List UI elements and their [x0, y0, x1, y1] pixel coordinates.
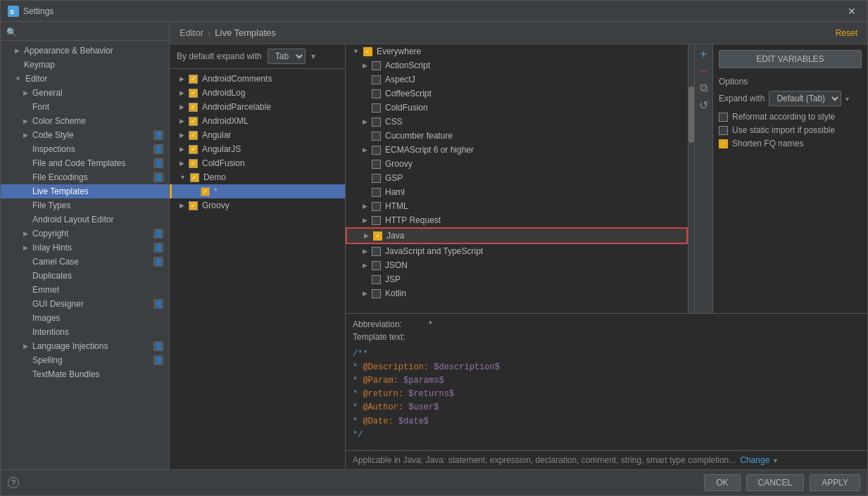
tpl-item-demo-star[interactable]: ▶ ✓ * — [170, 184, 345, 198]
ctx-item-javascript-ts[interactable]: ▶ JavaScript and TypeScript — [346, 244, 688, 258]
ctx-item-cucumber[interactable]: ▶ Cucumber feature — [346, 129, 688, 143]
ctx-checkbox-cucumber[interactable] — [372, 132, 381, 141]
ctx-checkbox-coffeescript[interactable] — [372, 89, 381, 98]
sidebar-item-images[interactable]: ▶ Images — [1, 311, 169, 325]
ok-button[interactable]: OK — [704, 474, 740, 491]
ctx-item-groovy[interactable]: ▶ Groovy — [346, 157, 688, 171]
tpl-group-androidparcelable[interactable]: ▶ ✓ AndroidParcelable — [170, 100, 345, 114]
sidebar-item-file-code-templates[interactable]: ▶ File and Code Templates 👤 — [1, 156, 169, 170]
ctx-item-json[interactable]: ▶ JSON — [346, 258, 688, 272]
tpl-group-androidxml[interactable]: ▶ ✓ AndroidXML — [170, 114, 345, 128]
group-checkbox[interactable]: ✓ — [189, 103, 198, 112]
remove-button[interactable]: − — [697, 64, 711, 78]
shorten-fq-checkbox[interactable]: ✓ — [719, 139, 728, 148]
tpl-group-androidlog[interactable]: ▶ ✓ AndroidLog — [170, 86, 345, 100]
ctx-checkbox-ecmascript[interactable] — [372, 146, 381, 155]
sidebar-item-copyright[interactable]: ▶ Copyright 👤 — [1, 227, 169, 241]
search-input[interactable] — [20, 27, 163, 37]
scrollbar[interactable] — [688, 44, 694, 313]
reformat-checkbox[interactable] — [719, 113, 728, 122]
group-checkbox[interactable]: ✓ — [189, 117, 198, 126]
ctx-checkbox-jsp[interactable] — [372, 275, 381, 284]
template-code[interactable]: /** * @Description: $description$ * @Par… — [353, 345, 860, 445]
ctx-checkbox-aspectj[interactable] — [372, 75, 381, 84]
add-button[interactable]: + — [697, 47, 711, 61]
help-button[interactable]: ? — [8, 477, 19, 488]
copy-button[interactable]: ⧉ — [697, 81, 711, 95]
ctx-item-coldfusion[interactable]: ▶ ColdFusion — [346, 101, 688, 115]
ctx-item-jsp[interactable]: ▶ JSP — [346, 272, 688, 286]
tpl-group-groovy[interactable]: ▶ ✓ Groovy — [170, 198, 345, 212]
scrollbar-thumb[interactable] — [688, 87, 694, 143]
ctx-item-everywhere[interactable]: ▼ ✓ Everywhere — [346, 44, 688, 58]
reset-template-button[interactable]: ↺ — [697, 98, 711, 112]
ctx-checkbox-groovy[interactable] — [372, 160, 381, 169]
sidebar-item-duplicates[interactable]: ▶ Duplicates — [1, 269, 169, 283]
change-link[interactable]: Change — [740, 455, 769, 465]
static-import-checkbox[interactable] — [719, 126, 728, 135]
ctx-checkbox-everywhere[interactable]: ✓ — [363, 47, 372, 56]
sidebar-item-intentions[interactable]: ▶ Intentions — [1, 325, 169, 339]
ctx-item-aspectj[interactable]: ▶ AspectJ — [346, 72, 688, 87]
tpl-group-demo[interactable]: ▼ ✓ Demo — [170, 170, 345, 184]
close-button[interactable]: ✕ — [843, 4, 860, 18]
group-checkbox[interactable]: ✓ — [189, 89, 198, 98]
tpl-group-coldfusion[interactable]: ▶ ✓ ColdFusion — [170, 156, 345, 170]
ctx-item-java[interactable]: ▶ ✓ Java — [346, 227, 688, 244]
expand-with-option-select[interactable]: Default (Tab) — [769, 91, 841, 106]
ctx-item-http-request[interactable]: ▶ HTTP Request — [346, 213, 688, 227]
ctx-checkbox-http-request[interactable] — [372, 216, 381, 225]
ctx-item-kotlin[interactable]: ▶ Kotlin — [346, 286, 688, 300]
sidebar-item-color-scheme[interactable]: ▶ Color Scheme — [1, 114, 169, 128]
ctx-checkbox-json[interactable] — [372, 261, 381, 270]
sidebar-item-appearance[interactable]: ▶ Appearance & Behavior — [1, 44, 169, 58]
ctx-checkbox-java[interactable]: ✓ — [373, 231, 382, 241]
cancel-button[interactable]: CANCEL — [746, 474, 805, 491]
sidebar-item-file-types[interactable]: ▶ File Types — [1, 198, 169, 212]
ctx-checkbox-coldfusion[interactable] — [372, 103, 381, 113]
expand-with-select[interactable]: Tab — [268, 49, 306, 64]
group-checkbox[interactable]: ✓ — [190, 173, 199, 182]
ctx-item-coffeescript[interactable]: ▶ CoffeeScript — [346, 87, 688, 101]
group-checkbox[interactable]: ✓ — [189, 75, 198, 84]
ctx-item-ecmascript[interactable]: ▶ ECMAScript 6 or higher — [346, 143, 688, 157]
ctx-checkbox-css[interactable] — [372, 117, 381, 127]
sidebar-item-keymap[interactable]: ▶ Keymap — [1, 58, 169, 72]
sidebar-item-inspections[interactable]: ▶ Inspections 👤 — [1, 142, 169, 156]
ctx-checkbox-actionscript[interactable] — [372, 61, 381, 70]
ctx-item-css[interactable]: ▶ CSS — [346, 115, 688, 129]
group-checkbox[interactable]: ✓ — [189, 131, 198, 140]
group-checkbox[interactable]: ✓ — [189, 159, 198, 168]
tpl-group-angularjs[interactable]: ▶ ✓ AngularJS — [170, 142, 345, 156]
sidebar-item-android-layout[interactable]: ▶ Android Layout Editor — [1, 212, 169, 227]
group-checkbox[interactable]: ✓ — [189, 201, 198, 210]
item-checkbox[interactable]: ✓ — [201, 187, 210, 196]
ctx-checkbox-gsp[interactable] — [372, 174, 381, 183]
edit-variables-button[interactable]: EDIT VARIABLES — [719, 50, 862, 68]
ctx-item-gsp[interactable]: ▶ GSP — [346, 171, 688, 185]
ctx-checkbox-javascript-ts[interactable] — [372, 247, 381, 256]
ctx-item-html[interactable]: ▶ HTML — [346, 199, 688, 213]
sidebar-item-gui-designer[interactable]: ▶ GUI Designer 👤 — [1, 297, 169, 311]
sidebar-item-editor[interactable]: ▼ Editor — [1, 72, 169, 86]
sidebar-item-general[interactable]: ▶ General — [1, 86, 169, 100]
sidebar-item-code-style[interactable]: ▶ Code Style 👤 — [1, 128, 169, 142]
group-checkbox[interactable]: ✓ — [189, 145, 198, 154]
sidebar-item-live-templates[interactable]: ▶ Live Templates — [1, 184, 169, 198]
sidebar-item-emmet[interactable]: ▶ Emmet — [1, 283, 169, 297]
ctx-item-haml[interactable]: ▶ Haml — [346, 185, 688, 199]
sidebar-item-textmate-bundles[interactable]: ▶ TextMate Bundles — [1, 367, 169, 381]
tpl-group-androidcomments[interactable]: ▶ ✓ AndroidComments — [170, 72, 345, 86]
sidebar-item-inlay-hints[interactable]: ▶ Inlay Hints 👤 — [1, 241, 169, 255]
ctx-item-actionscript[interactable]: ▶ ActionScript — [346, 58, 688, 72]
apply-button[interactable]: APPLY — [810, 474, 860, 491]
ctx-checkbox-kotlin[interactable] — [372, 289, 381, 298]
ctx-checkbox-haml[interactable] — [372, 188, 381, 197]
sidebar-item-font[interactable]: ▶ Font — [1, 100, 169, 114]
sidebar-item-language-injections[interactable]: ▶ Language Injections 👤 — [1, 339, 169, 353]
sidebar-item-spelling[interactable]: ▶ Spelling 👤 — [1, 353, 169, 367]
reset-button[interactable]: Reset — [836, 28, 857, 38]
sidebar-item-file-encodings[interactable]: ▶ File Encodings 👤 — [1, 170, 169, 184]
sidebar-item-camel-case[interactable]: ▶ Camel Case 👤 — [1, 255, 169, 269]
tpl-group-angular[interactable]: ▶ ✓ Angular — [170, 128, 345, 142]
